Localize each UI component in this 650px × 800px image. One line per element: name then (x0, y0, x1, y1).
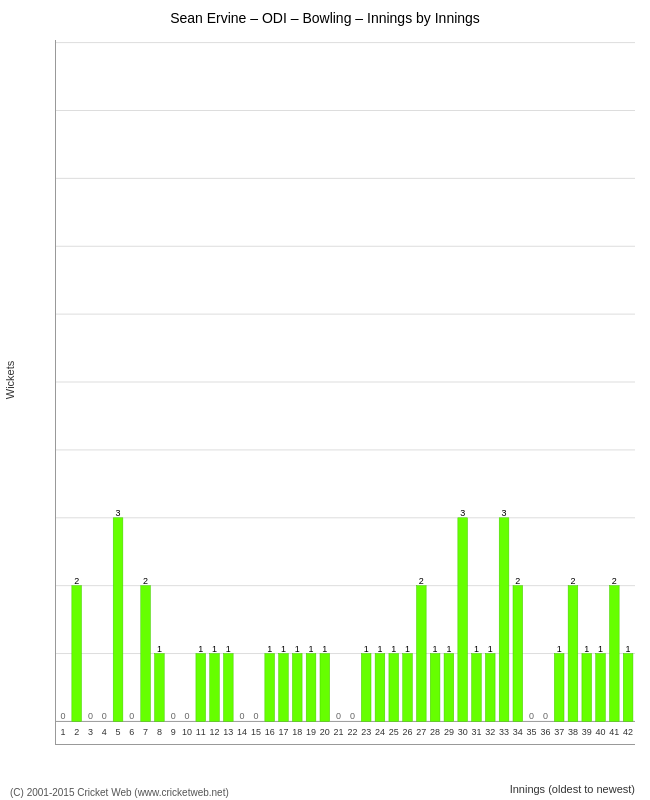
svg-text:30: 30 (458, 727, 468, 737)
svg-rect-36 (196, 654, 206, 722)
svg-rect-74 (485, 654, 495, 722)
svg-text:14: 14 (237, 727, 247, 737)
svg-text:29: 29 (444, 727, 454, 737)
svg-rect-48 (292, 654, 302, 722)
svg-rect-58 (375, 654, 385, 722)
svg-rect-64 (416, 586, 426, 722)
svg-rect-40 (223, 654, 233, 722)
svg-text:2: 2 (419, 576, 424, 586)
svg-text:0: 0 (350, 711, 355, 721)
svg-text:1: 1 (157, 644, 162, 654)
svg-text:7: 7 (143, 727, 148, 737)
svg-text:1: 1 (391, 644, 396, 654)
svg-text:35: 35 (527, 727, 537, 737)
svg-text:38: 38 (568, 727, 578, 737)
svg-rect-76 (499, 518, 509, 722)
svg-text:33: 33 (499, 727, 509, 737)
svg-text:13: 13 (223, 727, 233, 737)
svg-text:19: 19 (306, 727, 316, 737)
svg-rect-56 (361, 654, 371, 722)
svg-text:0: 0 (171, 711, 176, 721)
svg-text:40: 40 (596, 727, 606, 737)
svg-rect-78 (513, 586, 523, 722)
svg-text:32: 32 (485, 727, 495, 737)
svg-text:2: 2 (515, 576, 520, 586)
svg-text:0: 0 (543, 711, 548, 721)
y-axis-label: Wickets (0, 40, 20, 720)
svg-text:1: 1 (488, 644, 493, 654)
svg-text:1: 1 (474, 644, 479, 654)
svg-text:0: 0 (60, 711, 65, 721)
svg-text:2: 2 (74, 576, 79, 586)
svg-text:27: 27 (416, 727, 426, 737)
svg-rect-72 (472, 654, 482, 722)
svg-rect-27 (113, 518, 123, 722)
svg-text:42: 42 (623, 727, 633, 737)
svg-text:5: 5 (116, 727, 121, 737)
svg-text:11: 11 (196, 727, 206, 737)
svg-text:18: 18 (292, 727, 302, 737)
svg-rect-82 (554, 654, 564, 722)
svg-text:20: 20 (320, 727, 330, 737)
svg-text:4: 4 (102, 727, 107, 737)
svg-text:0: 0 (88, 711, 93, 721)
svg-rect-46 (279, 654, 289, 722)
svg-text:21: 21 (334, 727, 344, 737)
svg-rect-70 (458, 518, 468, 722)
svg-text:1: 1 (405, 644, 410, 654)
svg-text:37: 37 (554, 727, 564, 737)
svg-text:28: 28 (430, 727, 440, 737)
svg-rect-88 (596, 654, 606, 722)
svg-text:31: 31 (471, 727, 481, 737)
svg-text:23: 23 (361, 727, 371, 737)
chart-title: Sean Ervine – ODI – Bowling – Innings by… (0, 0, 650, 31)
chart-container: Sean Ervine – ODI – Bowling – Innings by… (0, 0, 650, 800)
svg-rect-23 (72, 586, 82, 722)
svg-text:2: 2 (570, 576, 575, 586)
svg-rect-44 (265, 654, 275, 722)
svg-rect-60 (389, 654, 399, 722)
svg-rect-38 (210, 654, 220, 722)
svg-text:3: 3 (116, 508, 121, 518)
svg-rect-32 (155, 654, 165, 722)
svg-text:10: 10 (182, 727, 192, 737)
svg-text:1: 1 (309, 644, 314, 654)
svg-rect-50 (306, 654, 316, 722)
svg-text:1: 1 (295, 644, 300, 654)
svg-text:0: 0 (336, 711, 341, 721)
svg-text:0: 0 (529, 711, 534, 721)
svg-rect-62 (403, 654, 413, 722)
svg-rect-66 (430, 654, 440, 722)
svg-text:2: 2 (612, 576, 617, 586)
svg-text:2: 2 (74, 727, 79, 737)
svg-text:41: 41 (609, 727, 619, 737)
svg-rect-84 (568, 586, 578, 722)
svg-text:25: 25 (389, 727, 399, 737)
svg-rect-68 (444, 654, 454, 722)
svg-text:22: 22 (347, 727, 357, 737)
x-axis-labels (55, 740, 635, 768)
svg-text:1: 1 (60, 727, 65, 737)
chart-area: 0123456789100200302100111001111100111121… (55, 40, 635, 745)
svg-rect-30 (141, 586, 151, 722)
svg-text:26: 26 (403, 727, 413, 737)
svg-text:1: 1 (446, 644, 451, 654)
svg-text:24: 24 (375, 727, 385, 737)
svg-rect-86 (582, 654, 592, 722)
svg-text:1: 1 (377, 644, 382, 654)
svg-text:6: 6 (129, 727, 134, 737)
svg-text:0: 0 (102, 711, 107, 721)
svg-text:1: 1 (198, 644, 203, 654)
svg-text:0: 0 (240, 711, 245, 721)
svg-text:1: 1 (281, 644, 286, 654)
svg-text:36: 36 (540, 727, 550, 737)
svg-text:1: 1 (226, 644, 231, 654)
svg-text:0: 0 (184, 711, 189, 721)
svg-rect-90 (609, 586, 619, 722)
svg-rect-52 (320, 654, 330, 722)
svg-text:1: 1 (557, 644, 562, 654)
svg-text:1: 1 (598, 644, 603, 654)
svg-text:2: 2 (143, 576, 148, 586)
svg-text:1: 1 (626, 644, 631, 654)
svg-text:15: 15 (251, 727, 261, 737)
